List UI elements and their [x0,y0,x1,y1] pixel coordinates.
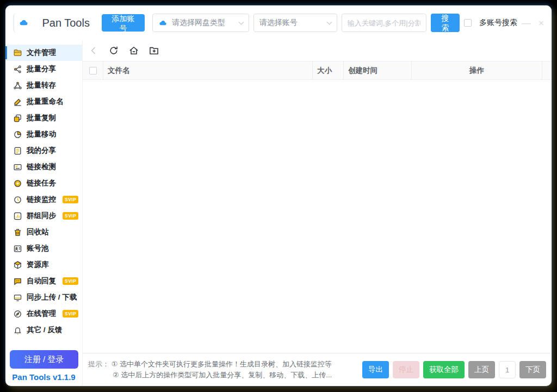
sidebar-item-file-manage[interactable]: 文件管理 [5,45,82,61]
sidebar-item-batch-rename[interactable]: 批量重命名 [5,94,82,110]
copy-icon [13,114,22,123]
table-header: 文件名 大小 创建时间 操作 [83,61,552,80]
window-controls: — × [522,18,544,28]
export-button[interactable]: 导出 [362,361,389,378]
home-button[interactable] [128,45,139,56]
folder-icon [13,48,22,58]
select-all-checkbox[interactable] [89,67,97,74]
tip-line-2: ② 选中后上方的操作类型可加入批量分享、复制、移动、下载、上传... [113,371,332,379]
svip-badge: SVIP [63,196,78,203]
header: Pan Tools 添加账号 请选择网盘类型 请选择账号 搜索 多账号搜索 — … [5,5,552,40]
transfer-icon [13,81,22,90]
tips-text: 提示： ① 选中单个文件夹可执行更多批量操作！生成目录树、加入链接监控等 ② 选… [88,359,357,381]
pie-move-icon [13,130,22,139]
sidebar-item-online-manage[interactable]: 在线管理 SVIP [5,306,82,322]
file-list-empty [83,80,552,353]
keyword-input[interactable] [342,14,426,32]
app-window: Pan Tools 添加账号 请选择网盘类型 请选择账号 搜索 多账号搜索 — … [5,5,552,386]
link-check-icon [13,163,22,172]
chat-bubble-icon [13,277,22,286]
sidebar-item-account-pool[interactable]: 账号池 [5,240,82,257]
trash-icon [13,228,22,237]
sidebar-item-other-feedback[interactable]: 其它 / 反馈 [5,322,82,338]
share-icon [13,65,22,74]
sidebar-item-link-monitor[interactable]: 链接监控 SVIP [5,191,82,208]
sidebar: 文件管理 批量分享 批量转存 批量重命名 批量复制 [5,40,83,386]
sidebar-nav: 文件管理 批量分享 批量转存 批量重命名 批量复制 [5,45,82,347]
sidebar-item-auto-reply[interactable]: 自动回复 SVIP [5,273,82,289]
plus-circle-icon [13,179,22,188]
close-button[interactable]: × [539,18,544,28]
sidebar-item-batch-move[interactable]: 批量移动 [5,126,82,142]
monitor-icon [13,293,22,302]
search-button[interactable]: 搜索 [431,14,460,32]
file-toolbar [83,40,552,61]
multi-account-checkbox[interactable] [464,19,472,27]
footer-buttons: 导出 停止 获取全部 上页 下页 [362,361,546,378]
page-number-input[interactable] [499,361,516,378]
sidebar-item-link-check[interactable]: 链接检测 [5,159,82,175]
tip-line-1: ① 选中单个文件夹可执行更多批量操作！生成目录树、加入链接监控等 [112,360,332,368]
chevron-down-icon [326,20,332,25]
app-version: Pan Tools v1.1.9 [10,372,78,382]
add-account-button[interactable]: 添加账号 [102,14,145,32]
sidebar-item-batch-share[interactable]: 批量分享 [5,61,82,77]
svip-badge: SVIP [63,212,78,220]
disk-type-value: 请选择网盘类型 [172,18,235,28]
column-size: 大小 [313,61,344,79]
disk-type-select[interactable]: 请选择网盘类型 [152,14,249,32]
scrollbar-gutter [542,61,552,79]
chevron-down-icon [238,20,244,25]
sidebar-item-recycle-bin[interactable]: 回收站 [5,224,82,240]
compass-icon [13,309,22,319]
id-card-icon [13,244,22,253]
sidebar-item-group-sync[interactable]: 群组同步 SVIP [5,208,82,224]
sidebar-item-batch-copy[interactable]: 批量复制 [5,110,82,126]
column-created-time: 创建时间 [344,61,412,79]
sidebar-item-resource-library[interactable]: 资源库 [5,257,82,273]
svip-badge: SVIP [63,277,78,285]
account-value: 请选择账号 [259,18,323,28]
minimize-button[interactable]: — [522,18,531,28]
account-select[interactable]: 请选择账号 [253,14,337,32]
bar-chart-icon [13,211,22,221]
svip-badge: SVIP [63,310,78,318]
document-icon [13,146,22,155]
sidebar-item-batch-transfer[interactable]: 批量转存 [5,77,82,94]
cube-icon [13,260,22,270]
back-button[interactable] [88,45,99,56]
cloud-logo-icon [19,16,28,29]
footer-bar: 提示： ① 选中单个文件夹可执行更多批量操作！生成目录树、加入链接监控等 ② 选… [83,353,552,386]
multi-account-label: 多账号搜索 [479,18,517,28]
new-folder-button[interactable] [148,45,159,56]
tips-prefix: 提示： [88,360,109,368]
column-filename: 文件名 [103,61,313,79]
register-area: 注册 / 登录 Pan Tools v1.1.9 [5,347,82,386]
stop-button[interactable]: 停止 [393,361,419,378]
main-panel: 文件名 大小 创建时间 操作 提示： ① 选中单个文件夹可执行更多批量操作！生成… [83,40,552,386]
cloud-icon [158,19,168,27]
fetch-all-button[interactable]: 获取全部 [423,361,465,378]
prev-page-button[interactable]: 上页 [468,361,495,378]
refresh-button[interactable] [108,45,119,56]
column-actions: 操作 [412,61,542,79]
bell-icon [13,326,22,335]
app-title: Pan Tools [42,17,89,29]
sidebar-item-sync-upload-download[interactable]: 同步上传 / 下载 [5,289,82,306]
clock-icon [13,195,22,204]
app-logo [13,13,33,33]
next-page-button[interactable]: 下页 [519,361,546,378]
register-login-button[interactable]: 注册 / 登录 [10,350,78,369]
select-all-cell [83,61,103,79]
sidebar-item-link-task[interactable]: 链接任务 [5,175,82,191]
sidebar-item-my-share[interactable]: 我的分享 [5,142,82,159]
rename-pen-icon [13,97,22,107]
